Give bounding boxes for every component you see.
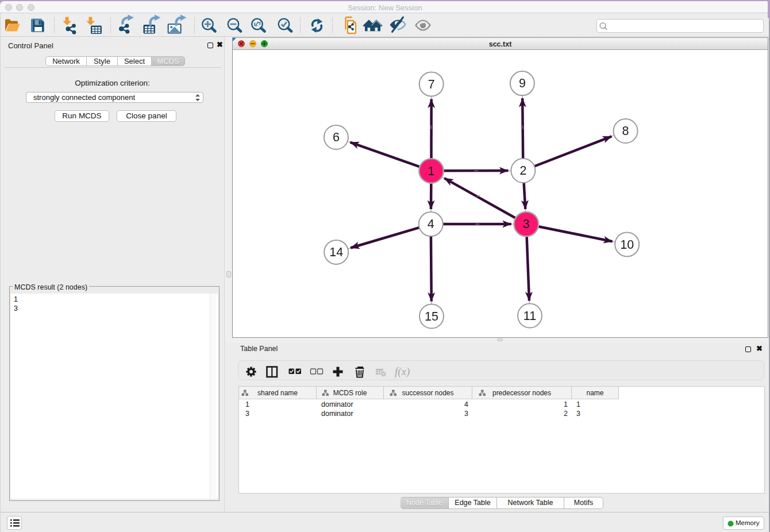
svg-text:10: 10	[620, 238, 634, 252]
svg-text:1: 1	[428, 164, 435, 178]
svg-text:9: 9	[519, 76, 526, 90]
svg-text:8: 8	[622, 124, 629, 138]
svg-text:3: 3	[523, 217, 530, 231]
svg-text:f(x): f(x)	[395, 365, 410, 378]
svg-text:11: 11	[523, 309, 536, 323]
svg-text:14: 14	[329, 245, 343, 259]
svg-text:6: 6	[333, 130, 340, 144]
svg-text:15: 15	[425, 310, 438, 323]
svg-text:4: 4	[428, 217, 434, 231]
svg-text:7: 7	[428, 78, 435, 91]
svg-text:2: 2	[519, 164, 526, 178]
